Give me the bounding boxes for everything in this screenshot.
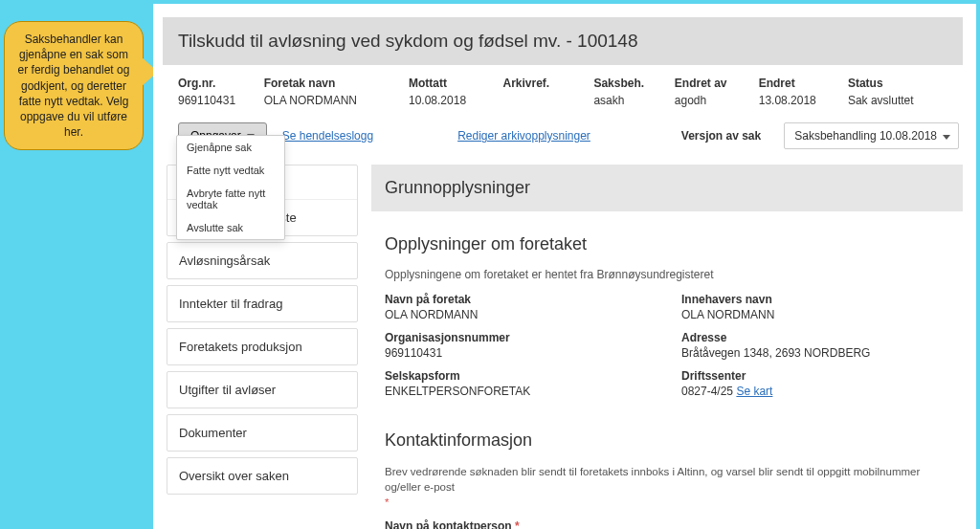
- required-star: *: [385, 496, 389, 508]
- versjon-select[interactable]: Saksbehandling 10.08.2018: [784, 122, 959, 149]
- chevron-down-icon: [943, 135, 950, 140]
- field-innehaver: Innehavers navn OLA NORDMANN: [681, 293, 949, 321]
- meta-status: Status Sak avsluttet: [848, 77, 932, 107]
- field-driftssenter: Driftssenter 0827-4/25 Se kart: [681, 369, 949, 398]
- versjon-label: Versjon av sak: [681, 129, 761, 143]
- foretak-grid: Navn på foretak OLA NORDMANN Innehavers …: [385, 293, 949, 398]
- dropdown-fatte-nytt-vedtak[interactable]: Fatte nytt vedtak: [177, 159, 284, 182]
- field-selskapsform: Selskapsform ENKELTPERSONFORETAK: [385, 369, 653, 398]
- meta-endret-av: Endret av agodh: [675, 77, 732, 107]
- page-container: Tilskudd til avløsning ved sykdom og fød…: [153, 4, 976, 529]
- versjon-value: Saksbehandling 10.08.2018: [794, 129, 937, 143]
- section-hint: Opplysningene om foretaket er hentet fra…: [385, 268, 949, 281]
- meta-row: Org.nr. 969110431 Foretak navn OLA NORDM…: [163, 65, 963, 115]
- dropdown-avbryte-fatte-nytt-vedtak[interactable]: Avbryte fatte nytt vedtak: [177, 182, 284, 216]
- panel-body: Opplysninger om foretaket Opplysningene …: [371, 211, 963, 529]
- dropdown-avslutte-sak[interactable]: Avslutte sak: [177, 216, 284, 239]
- kontakt-block: Kontaktinformasjon Brev vedrørende søkna…: [385, 430, 949, 529]
- page-title: Tilskudd til avløsning ved sykdom og fød…: [163, 17, 963, 65]
- main-panel: Grunnopplysninger Opplysninger om foreta…: [371, 165, 963, 529]
- oppgaver-dropdown: Gjenåpne sak Fatte nytt vedtak Avbryte f…: [176, 135, 285, 240]
- sidebar-item-dokumenter[interactable]: Dokumenter: [167, 415, 357, 451]
- field-adresse: Adresse Bråtåvegen 1348, 2693 NORDBERG: [681, 331, 949, 360]
- meta-orgnr: Org.nr. 969110431: [178, 77, 237, 107]
- field-orgnr: Organisasjonsnummer 969110431: [385, 331, 653, 360]
- sidebar-item-utgifter[interactable]: Utgifter til avløser: [167, 372, 357, 408]
- sidebar-item-inntekter[interactable]: Inntekter til fradrag: [167, 286, 357, 321]
- navn-kontaktperson-label: Navn på kontaktperson *: [385, 519, 949, 529]
- dropdown-gjenapne-sak[interactable]: Gjenåpne sak: [177, 136, 284, 159]
- field-navn-foretak: Navn på foretak OLA NORDMANN: [385, 293, 653, 321]
- se-kart-link[interactable]: Se kart: [736, 385, 772, 398]
- meta-saksbeh: Saksbeh. asakh: [593, 77, 647, 107]
- hendelseslogg-link[interactable]: Se hendelseslogg: [282, 129, 373, 143]
- rediger-arkiv-link[interactable]: Rediger arkivopplysninger: [457, 129, 590, 143]
- required-star: *: [515, 519, 520, 529]
- sidebar-item-avlosningsarsak[interactable]: Avløsningsårsak: [167, 243, 357, 278]
- brev-note: Brev vedrørende søknaden blir sendt til …: [385, 464, 949, 510]
- help-callout: Saksbehandler kan gjenåpne en sak som er…: [4, 21, 144, 150]
- meta-foretak: Foretak navn OLA NORDMANN: [264, 77, 382, 107]
- sidebar-item-foretakets-produksjon[interactable]: Foretakets produksjon: [167, 329, 357, 364]
- meta-arkivref: Arkivref.: [502, 77, 567, 107]
- meta-endret: Endret 13.08.2018: [759, 77, 821, 107]
- panel-header: Grunnopplysninger: [371, 165, 963, 211]
- section-title-foretaket: Opplysninger om foretaket: [385, 234, 949, 254]
- meta-mottatt: Mottatt 10.08.2018: [409, 77, 476, 107]
- section-title-kontakt: Kontaktinformasjon: [385, 430, 949, 451]
- sidebar-item-oversikt[interactable]: Oversikt over saken: [167, 458, 357, 494]
- callout-text: Saksbehandler kan gjenåpne en sak som er…: [18, 33, 130, 139]
